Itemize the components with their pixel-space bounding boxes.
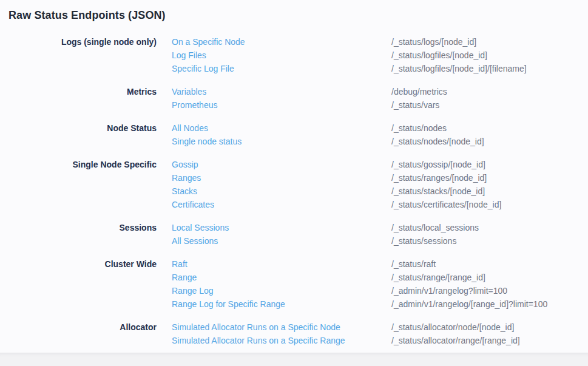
endpoint-link[interactable]: Variables: [172, 85, 376, 98]
endpoint-section: Single Node SpecificGossipRangesStacksCe…: [8, 158, 580, 211]
category-label: Logs (single node only): [8, 35, 157, 75]
category-label: Cluster Wide: [8, 257, 157, 311]
endpoint-link[interactable]: Single node status: [172, 135, 376, 148]
endpoint-section: SessionsLocal SessionsAll Sessions/_stat…: [8, 221, 580, 248]
endpoint-links-column: Simulated Allocator Runs on a Specific N…: [172, 320, 376, 347]
endpoint-section: Logs (single node only)On a Specific Nod…: [8, 35, 580, 75]
endpoint-section: Node StatusAll NodesSingle node status/_…: [8, 121, 580, 148]
endpoint-path: /_status/logs/[node_id]: [391, 35, 580, 49]
endpoint-path: /debug/metrics: [391, 85, 580, 98]
endpoint-path: /_status/range/[range_id]: [391, 271, 580, 284]
endpoint-section: Cluster WideRaftRangeRange LogRange Log …: [8, 257, 580, 311]
endpoint-link[interactable]: All Nodes: [172, 121, 376, 135]
endpoint-path: /_status/logfiles/[node_id]/[filename]: [391, 62, 580, 75]
endpoint-link[interactable]: Specific Log File: [172, 62, 376, 75]
endpoint-links-column: All NodesSingle node status: [172, 121, 376, 148]
endpoint-path: /_status/sessions: [391, 234, 580, 248]
endpoint-link[interactable]: Local Sessions: [172, 221, 376, 234]
page-content: Raw Status Endpoints (JSON) Logs (single…: [0, 0, 588, 347]
endpoint-links-column: Local SessionsAll Sessions: [172, 221, 376, 248]
endpoint-link[interactable]: Certificates: [172, 198, 376, 211]
endpoint-link[interactable]: On a Specific Node: [172, 35, 376, 49]
endpoint-path: /_status/logfiles/[node_id]: [391, 49, 580, 62]
endpoint-link[interactable]: Range Log for Specific Range: [172, 297, 376, 311]
endpoint-path: /_status/nodes: [391, 121, 580, 135]
category-label: Sessions: [8, 221, 157, 248]
endpoint-link[interactable]: Log Files: [172, 49, 376, 62]
endpoint-links-column: RaftRangeRange LogRange Log for Specific…: [172, 257, 376, 311]
endpoint-paths-column: /debug/metrics/_status/vars: [391, 85, 580, 112]
endpoint-link[interactable]: Ranges: [172, 171, 376, 185]
endpoint-path: /_status/raft: [391, 257, 580, 271]
endpoint-section: MetricsVariablesPrometheus/debug/metrics…: [8, 85, 580, 112]
page-title: Raw Status Endpoints (JSON): [8, 7, 580, 23]
endpoint-links-column: GossipRangesStacksCertificates: [172, 158, 376, 211]
endpoint-paths-column: /_status/raft/_status/range/[range_id]/_…: [391, 257, 580, 311]
endpoint-path: /_admin/v1/rangelog?limit=100: [391, 284, 580, 297]
endpoint-path: /_status/nodes/[node_id]: [391, 135, 580, 148]
endpoint-links-column: VariablesPrometheus: [172, 85, 376, 112]
footer-strip: [0, 353, 588, 366]
endpoint-path: /_status/gossip/[node_id]: [391, 158, 580, 171]
endpoint-link[interactable]: Stacks: [172, 185, 376, 198]
raw-status-endpoints-page: Raw Status Endpoints (JSON) Logs (single…: [0, 0, 588, 366]
endpoint-link[interactable]: Prometheus: [172, 98, 376, 112]
endpoint-link[interactable]: Simulated Allocator Runs on a Specific N…: [172, 320, 376, 334]
endpoint-link[interactable]: All Sessions: [172, 234, 376, 248]
endpoint-paths-column: /_status/logs/[node_id]/_status/logfiles…: [391, 35, 580, 75]
endpoint-links-column: On a Specific NodeLog FilesSpecific Log …: [172, 35, 376, 75]
endpoint-paths-column: /_status/gossip/[node_id]/_status/ranges…: [391, 158, 580, 211]
endpoint-sections: Logs (single node only)On a Specific Nod…: [8, 35, 580, 347]
endpoint-link[interactable]: Simulated Allocator Runs on a Specific R…: [172, 334, 376, 347]
endpoint-path: /_status/allocator/node/[node_id]: [391, 320, 580, 334]
endpoint-paths-column: /_status/nodes/_status/nodes/[node_id]: [391, 121, 580, 148]
endpoint-path: /_status/stacks/[node_id]: [391, 185, 580, 198]
endpoint-link[interactable]: Range: [172, 271, 376, 284]
endpoint-path: /_status/allocator/range/[range_id]: [391, 334, 580, 347]
endpoint-section: AllocatorSimulated Allocator Runs on a S…: [8, 320, 580, 347]
endpoint-path: /_status/vars: [391, 98, 580, 112]
endpoint-path: /_status/certificates/[node_id]: [391, 198, 580, 211]
category-label: Metrics: [8, 85, 157, 112]
category-label: Node Status: [8, 121, 157, 148]
endpoint-paths-column: /_status/allocator/node/[node_id]/_statu…: [391, 320, 580, 347]
endpoint-link[interactable]: Raft: [172, 257, 376, 271]
endpoint-path: /_status/ranges/[node_id]: [391, 171, 580, 185]
endpoint-path: /_status/local_sessions: [391, 221, 580, 234]
endpoint-path: /_admin/v1/rangelog/[range_id]?limit=100: [391, 297, 580, 311]
category-label: Allocator: [8, 320, 157, 347]
endpoint-paths-column: /_status/local_sessions/_status/sessions: [391, 221, 580, 248]
endpoint-link[interactable]: Range Log: [172, 284, 376, 297]
endpoint-link[interactable]: Gossip: [172, 158, 376, 171]
category-label: Single Node Specific: [8, 158, 157, 211]
